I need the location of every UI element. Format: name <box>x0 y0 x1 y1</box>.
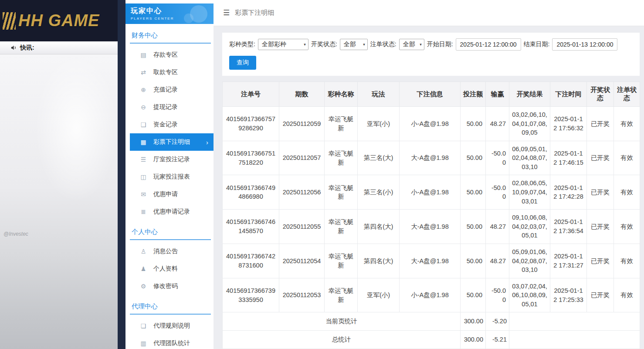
sidebar-item-deposit-zone[interactable]: ▤存款专区 <box>130 46 214 64</box>
table-cell: -50.00 <box>486 278 509 312</box>
recharge-records-icon: ⊕ <box>139 86 147 93</box>
sidebar-item-change-password[interactable]: ⚙修改密码 <box>130 278 214 295</box>
table-cell: 50.00 <box>461 141 486 175</box>
sidebar-item-label: 存款专区 <box>153 51 178 59</box>
sidebar-item-agent-rules[interactable]: ❏代理规则说明 <box>130 317 214 335</box>
table-cell: 幸运飞艇新 <box>325 107 358 141</box>
table-cell: 第四名(大) <box>358 244 400 278</box>
table-cell: 401569173667517518220 <box>223 141 279 175</box>
withdrawal-records-icon: ⊖ <box>139 104 147 111</box>
brand-header: HH GAME <box>0 0 118 41</box>
table-cell: 第三名(大) <box>358 141 400 175</box>
bet-status-value: 全部 <box>403 41 415 48</box>
sidebar-item-label: 提现记录 <box>153 103 178 111</box>
draw-status-select[interactable]: 全部 ▾ <box>340 39 368 50</box>
sidebar-item-recharge-records[interactable]: ⊕充值记录 <box>130 81 214 98</box>
table-cell: 有效 <box>614 210 640 244</box>
divider-strip <box>118 0 125 349</box>
chevron-right-icon: › <box>206 139 208 146</box>
sidebar-item-personal-profile[interactable]: ♟个人资料 <box>130 260 214 278</box>
hhgame-logo: HH GAME <box>3 11 99 30</box>
table-cell: 20250112055 <box>279 210 325 244</box>
draw-status-label: 开奖状态: <box>311 41 337 48</box>
promo-application-icon: ✉ <box>139 191 147 198</box>
query-button[interactable]: 查询 <box>229 56 256 70</box>
sidebar-item-agent-team-stats[interactable]: ▥代理团队统计 <box>130 335 214 349</box>
sidebar-item-label: 取款专区 <box>153 68 178 76</box>
column-header: 玩法 <box>358 82 400 107</box>
agent-team-stats-icon: ▥ <box>139 340 147 347</box>
left-background-pane: HH GAME 快讯: @Investec <box>0 0 118 349</box>
hamburger-menu-icon[interactable]: ☰ <box>223 8 230 17</box>
sidebar-item-player-bet-report[interactable]: ◫玩家投注报表 <box>130 168 214 186</box>
content: 彩种类型: 全部彩种 ▾ 开奖状态: 全部 ▾ 注单状态: 全部 ▾ <box>214 26 644 349</box>
caret-down-icon: ▾ <box>304 42 306 47</box>
sidebar-section-title: 个人中心 <box>130 220 211 240</box>
table-row: 40156917366739333595020250112053幸运飞艇新亚军(… <box>223 278 640 312</box>
sidebar-item-label: 消息公告 <box>153 247 178 255</box>
sidebar-item-withdrawal-zone[interactable]: ⇄取款专区 <box>130 64 214 81</box>
table-cell: 401569173667393335950 <box>223 278 279 312</box>
sidebar-item-label: 资金记录 <box>153 121 178 129</box>
promo-application-records-icon: ≣ <box>139 208 147 215</box>
table-row: 40156917366746145857020250112055幸运飞艇新第四名… <box>223 210 640 244</box>
table-cell: 小-A盘@1.98 <box>400 278 461 312</box>
table-cell: 已开奖 <box>587 107 614 141</box>
sidebar-item-promo-application[interactable]: ✉优惠申请 <box>130 186 214 203</box>
column-header: 开奖状态 <box>587 82 614 107</box>
photo-watermark: @Investec <box>3 231 28 237</box>
filter-row: 彩种类型: 全部彩种 ▾ 开奖状态: 全部 ▾ 注单状态: 全部 ▾ <box>229 38 633 51</box>
sidebar-item-hall-bet-records[interactable]: ☰厅室投注记录 <box>130 151 214 168</box>
caret-down-icon: ▾ <box>420 42 422 47</box>
table-cell: 02,08,06,05,10,09,07,04,03,01 <box>509 175 550 210</box>
table-cell: 2025-01-12 17:31:27 <box>550 244 587 278</box>
table-cell: 2025-01-12 17:56:32 <box>550 107 587 141</box>
column-header: 期数 <box>279 82 325 107</box>
deposit-zone-icon: ▤ <box>139 51 147 58</box>
start-date-label: 开始日期: <box>427 41 453 48</box>
sidebar-item-withdrawal-records[interactable]: ⊖提现记录 <box>130 98 214 116</box>
table-cell: 401569173667461458570 <box>223 210 279 244</box>
table-cell: 50.00 <box>461 278 486 312</box>
table-row: 40156917366751751822020250112057幸运飞艇新第三名… <box>223 141 640 175</box>
table-cell: 第四名(大) <box>358 210 400 244</box>
end-date-input[interactable] <box>552 38 617 51</box>
sidebar-item-label: 优惠申请 <box>153 190 178 198</box>
table-cell: 已开奖 <box>587 175 614 210</box>
table-cell: 48.27 <box>486 107 509 141</box>
news-label: 快讯: <box>20 44 34 52</box>
table-cell: 03,02,06,10,04,01,07,08,09,05 <box>509 107 550 141</box>
table-cell: 有效 <box>614 107 640 141</box>
table-cell: 48.27 <box>486 244 509 278</box>
lottery-type-select[interactable]: 全部彩种 ▾ <box>258 39 308 50</box>
summary-bet-total: 300.00 <box>461 312 486 331</box>
table-cell: 第三名(小) <box>358 175 400 210</box>
agent-rules-icon: ❏ <box>139 322 147 329</box>
lottery-type-value: 全部彩种 <box>262 41 286 48</box>
sidebar-item-promo-application-records[interactable]: ≣优惠申请记录 <box>130 203 214 220</box>
players-center-header: 玩家中心 PLAYERS CENTER <box>125 3 214 24</box>
withdrawal-zone-icon: ⇄ <box>139 69 147 76</box>
sidebar-item-label: 代理规则说明 <box>153 322 190 330</box>
personal-profile-icon: ♟ <box>139 265 147 272</box>
table-cell: 50.00 <box>461 107 486 141</box>
summary-row: 当前页统计300.00-5.20 <box>223 312 640 331</box>
sidebar-item-label: 个人资料 <box>153 265 178 273</box>
table-cell: 03,07,02,04,06,10,08,09,05,01 <box>509 278 550 312</box>
table-cell: 大-A盘@1.98 <box>400 244 461 278</box>
sidebar-item-label: 充值记录 <box>153 86 178 94</box>
summary-label: 总统计 <box>223 330 461 349</box>
sidebar-item-label: 优惠申请记录 <box>153 208 190 216</box>
end-date-label: 结束日期: <box>524 41 550 48</box>
bet-status-select[interactable]: 全部 ▾ <box>399 39 424 50</box>
table-cell: -50.00 <box>486 175 509 210</box>
sidebar-item-label: 厅室投注记录 <box>153 156 190 163</box>
sidebar-item-lottery-bet-details[interactable]: ▦彩票下注明细› <box>130 133 214 151</box>
sidebar-item-message-announcements[interactable]: ♙消息公告 <box>130 243 214 260</box>
table-cell: 已开奖 <box>587 141 614 175</box>
caret-down-icon: ▾ <box>363 42 365 47</box>
column-header: 注单状态 <box>614 82 640 107</box>
sidebar-item-funds-records[interactable]: ❑资金记录 <box>130 116 214 133</box>
start-date-input[interactable] <box>456 38 521 51</box>
table-cell: 幸运飞艇新 <box>325 210 358 244</box>
